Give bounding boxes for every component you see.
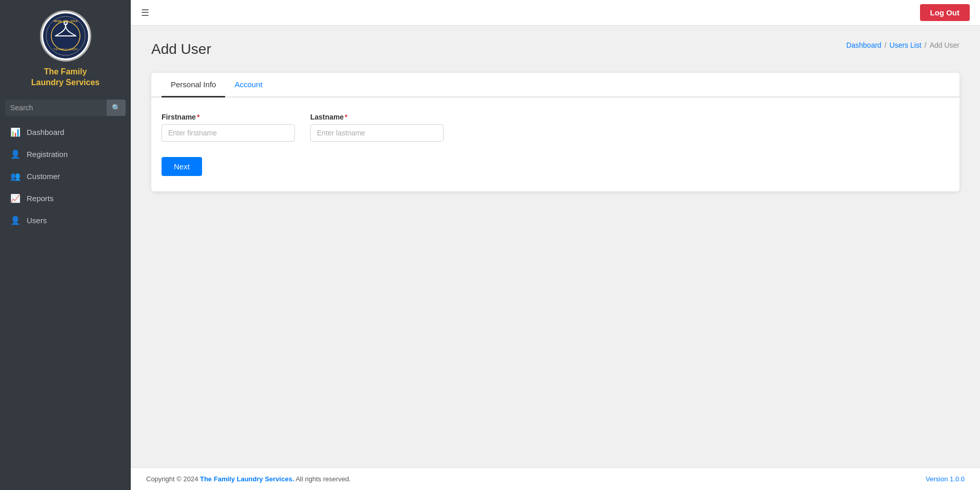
sidebar-item-label-users: Users [27,216,47,225]
breadcrumb-dashboard[interactable]: Dashboard [846,41,882,49]
firstname-group: Firstname* [162,113,295,142]
lastname-input[interactable] [310,124,444,142]
brand-family: Family [61,67,87,76]
search-input[interactable] [5,100,107,116]
registration-icon: 👤 [10,149,21,159]
tab-bar: Personal Info Account [151,73,959,97]
brand-name: The Family Laundry Services [31,67,99,88]
firstname-required: * [197,113,199,121]
page-header: Add User Dashboard / Users List / Add Us… [151,41,959,57]
logo-image: WASH · DRY · FOLD THE FAMILY LAUNDRY [43,13,88,58]
breadcrumb-users-list[interactable]: Users List [890,41,922,49]
sidebar-item-label-registration: Registration [27,150,68,159]
topbar: ☰ Log Out [131,0,980,26]
sidebar-item-reports[interactable]: 📈 Reports [0,187,131,209]
footer: Copyright © 2024 The Family Laundry Serv… [131,467,980,490]
form-card: Personal Info Account Firstname* [151,73,959,191]
lastname-required: * [345,113,347,121]
lastname-label: Lastname* [310,113,444,121]
logo-circle: WASH · DRY · FOLD THE FAMILY LAUNDRY [40,10,91,62]
page-content: Add User Dashboard / Users List / Add Us… [131,26,980,467]
customer-icon: 👥 [10,171,21,181]
footer-brand: The Family Laundry Services. [200,475,294,483]
hamburger-icon[interactable]: ☰ [141,7,149,18]
sidebar-item-label-customer: Customer [27,172,60,181]
sidebar-item-label-reports: Reports [27,194,54,203]
sidebar: WASH · DRY · FOLD THE FAMILY LAUNDRY The… [0,0,131,490]
breadcrumb: Dashboard / Users List / Add User [846,41,959,49]
form-body: Firstname* Lastname* Next [151,97,959,191]
lastname-group: Lastname* [310,113,444,142]
breadcrumb-current: Add User [930,41,959,49]
search-bar: 🔍 [5,100,126,116]
search-button[interactable]: 🔍 [107,100,126,116]
svg-text:THE FAMILY LAUNDRY: THE FAMILY LAUNDRY [53,48,78,51]
footer-copyright: Copyright © 2024 The Family Laundry Serv… [146,475,351,483]
footer-version: Version 1.0.0 [926,475,965,483]
firstname-input[interactable] [162,124,295,142]
tab-personal-info[interactable]: Personal Info [162,73,225,97]
users-icon: 👤 [10,215,21,225]
reports-icon: 📈 [10,193,21,203]
next-button[interactable]: Next [162,157,202,176]
tab-account[interactable]: Account [225,73,271,97]
sidebar-item-registration[interactable]: 👤 Registration [0,143,131,165]
page-title: Add User [151,41,211,57]
dashboard-icon: 📊 [10,127,21,137]
logout-button[interactable]: Log Out [920,4,970,21]
sidebar-item-customer[interactable]: 👥 Customer [0,165,131,187]
sidebar-item-users[interactable]: 👤 Users [0,209,131,231]
brand-the: The [44,67,58,76]
brand-laundry: Laundry Services [31,78,99,87]
sidebar-item-dashboard[interactable]: 📊 Dashboard [0,121,131,143]
breadcrumb-sep-1: / [885,41,887,49]
main-wrapper: ☰ Log Out Add User Dashboard / Users Lis… [131,0,980,490]
logo-area: WASH · DRY · FOLD THE FAMILY LAUNDRY The… [0,0,131,100]
breadcrumb-sep-2: / [925,41,927,49]
sidebar-item-label-dashboard: Dashboard [27,128,64,136]
firstname-label: Firstname* [162,113,295,121]
name-row: Firstname* Lastname* [162,113,949,142]
svg-text:WASH · DRY · FOLD: WASH · DRY · FOLD [53,19,78,23]
sidebar-nav: 📊 Dashboard 👤 Registration 👥 Customer 📈 … [0,121,131,231]
